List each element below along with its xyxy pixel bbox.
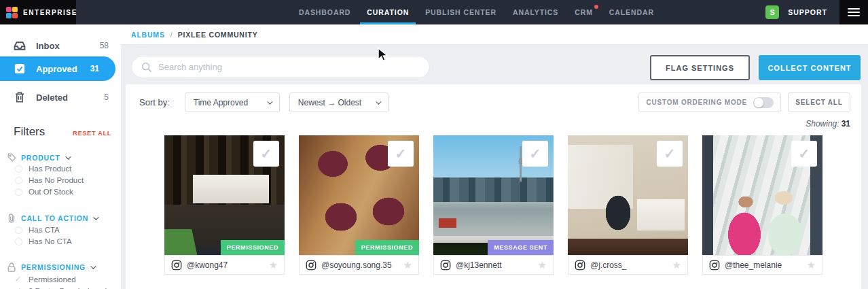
hamburger-menu-icon[interactable]: [839, 0, 868, 24]
reset-all-button[interactable]: RESET ALL: [73, 129, 111, 137]
approve-check-icon[interactable]: ✓: [657, 141, 683, 167]
card-username[interactable]: @j.cross_: [590, 260, 627, 270]
sidebar-item-approved[interactable]: Approved 31: [0, 56, 115, 81]
nav-item-analytics[interactable]: ANALYTICS: [505, 0, 566, 24]
filter-option-label: 2 Factor Permissioned: [29, 287, 107, 289]
breadcrumb-separator: /: [170, 31, 173, 39]
card-photo[interactable]: ✓ PERMISSIONED: [164, 135, 285, 255]
approve-check-icon[interactable]: ✓: [253, 141, 279, 167]
sidebar-item-label: Approved: [36, 64, 77, 74]
star-icon[interactable]: ★: [269, 259, 278, 271]
filter-group-label: CALL TO ACTION: [21, 214, 88, 222]
card-footer: @thee_melanie ★: [702, 255, 822, 275]
sidebar-item-label: Deleted: [36, 92, 68, 103]
sidebar-item-count: 5: [104, 92, 109, 102]
card-username[interactable]: @soyoung.song.35: [321, 260, 392, 270]
check-icon: ✓: [15, 275, 22, 284]
star-icon[interactable]: ★: [538, 259, 547, 271]
collect-content-button[interactable]: COLLECT CONTENT: [759, 55, 861, 80]
lock-icon: [7, 262, 16, 272]
custom-ordering-toggle[interactable]: [753, 97, 774, 108]
nav-item-curation[interactable]: CURATION: [359, 0, 417, 24]
card-username[interactable]: @kj13ennett: [456, 260, 502, 270]
card-footer: @soyoung.song.35 ★: [299, 255, 419, 275]
custom-ordering-mode-label: CUSTOM ORDERING MODE: [646, 99, 747, 106]
sort-order-value: Newest → Oldest: [298, 98, 361, 107]
nav-item-crm[interactable]: CRM: [566, 0, 601, 24]
sidebar-item-count: 31: [90, 64, 99, 73]
instagram-icon: [306, 260, 317, 271]
sidebar-item-inbox[interactable]: Inbox 58: [0, 35, 121, 56]
sort-by-label: Sort by:: [139, 97, 170, 107]
filter-option-has-no-cta[interactable]: Has No CTA: [15, 237, 72, 245]
card-photo[interactable]: ✓: [568, 135, 688, 255]
nav-right: S SUPPORT: [765, 0, 868, 24]
chevron-down-icon: [267, 99, 272, 104]
sidebar: Inbox 58 Approved 31 Deleted 5 Filters R…: [0, 24, 121, 289]
sort-order-dropdown[interactable]: Newest → Oldest: [289, 92, 388, 112]
filter-option-label: Permissioned: [29, 275, 76, 284]
filter-option-has-product[interactable]: Has Product: [15, 165, 71, 173]
sort-field-value: Time Approved: [194, 98, 248, 107]
filter-option-label: Has CTA: [29, 226, 60, 234]
content-card[interactable]: ✓ @thee_melanie ★: [702, 135, 822, 275]
card-username[interactable]: @thee_melanie: [725, 260, 782, 270]
content-panel: Sort by: Time Approved Newest → Oldest C…: [126, 84, 861, 289]
trash-icon: [14, 92, 26, 103]
content-card[interactable]: ✓ MESSAGE SENT @kj13ennett ★: [433, 135, 554, 275]
filter-option-label: Out Of Stock: [29, 188, 73, 196]
tag-icon: [7, 153, 16, 162]
filter-option-out-of-stock[interactable]: Out Of Stock: [15, 188, 73, 196]
showing-label: Showing:: [806, 119, 839, 129]
filter-group-label: PRODUCT: [21, 154, 60, 162]
filter-group-call-to-action[interactable]: CALL TO ACTION: [7, 214, 97, 223]
sort-toolbar: Sort by: Time Approved Newest → Oldest C…: [139, 92, 850, 112]
nav-item-calendar[interactable]: CALENDAR: [601, 0, 662, 24]
nav-item-crm-label: CRM: [575, 8, 593, 16]
filter-group-product[interactable]: PRODUCT: [7, 153, 69, 162]
content-card[interactable]: ✓ PERMISSIONED @kwong47 ★: [164, 135, 285, 275]
card-photo[interactable]: ✓ PERMISSIONED: [299, 135, 419, 255]
breadcrumb-albums-link[interactable]: ALBUMS: [131, 31, 165, 39]
filter-group-label: PERMISSIONING: [21, 263, 86, 271]
select-all-button[interactable]: SELECT ALL: [788, 92, 850, 112]
content-card[interactable]: ✓ @j.cross_ ★: [568, 135, 688, 275]
filter-option-label: Has Product: [29, 165, 71, 173]
instagram-icon: [440, 260, 451, 271]
status-badge: MESSAGE SENT: [488, 240, 554, 255]
sidebar-item-deleted[interactable]: Deleted 5: [0, 87, 121, 107]
status-badge: PERMISSIONED: [221, 240, 285, 255]
filter-option-2-factor-permissioned[interactable]: ✓ 2 Factor Permissioned: [15, 286, 107, 289]
approve-check-icon[interactable]: ✓: [791, 141, 817, 167]
search-icon: [141, 62, 152, 73]
paperclip-icon: [7, 214, 16, 223]
flag-settings-button[interactable]: FLAG SETTINGS: [650, 55, 750, 80]
nav-item-publish-center[interactable]: PUBLISH CENTER: [417, 0, 505, 24]
approve-check-icon[interactable]: ✓: [522, 141, 548, 167]
filter-option-has-cta[interactable]: Has CTA: [15, 226, 60, 234]
filters-header: Filters RESET ALL: [14, 125, 111, 139]
filter-option-has-no-product[interactable]: Has No Product: [15, 176, 84, 184]
chevron-down-icon: [376, 99, 381, 104]
status-badge: PERMISSIONED: [355, 240, 419, 255]
star-icon[interactable]: ★: [807, 259, 816, 271]
brand-logo[interactable]: ENTERPRISE: [0, 0, 76, 24]
star-icon[interactable]: ★: [672, 259, 681, 271]
breadcrumb-current-album: PIXLEE COMMUNITY: [178, 31, 258, 39]
filter-option-permissioned[interactable]: ✓ Permissioned: [15, 275, 76, 284]
nav-item-dashboard[interactable]: DASHBOARD: [291, 0, 359, 24]
sort-field-dropdown[interactable]: Time Approved: [185, 92, 280, 112]
card-photo[interactable]: ✓: [702, 135, 822, 255]
star-icon[interactable]: ★: [403, 259, 412, 271]
content-card[interactable]: ✓ PERMISSIONED @soyoung.song.35 ★: [299, 135, 419, 275]
card-footer: @kwong47 ★: [164, 255, 285, 275]
instagram-icon: [575, 260, 585, 271]
radio-icon: [15, 165, 22, 173]
user-avatar-badge[interactable]: S: [765, 5, 779, 19]
card-username[interactable]: @kwong47: [187, 260, 228, 270]
support-link[interactable]: SUPPORT: [788, 8, 827, 16]
approve-check-icon[interactable]: ✓: [388, 141, 414, 167]
filter-group-permissioning[interactable]: PERMISSIONING: [7, 262, 94, 272]
card-photo[interactable]: ✓ MESSAGE SENT: [433, 135, 554, 255]
instagram-icon: [709, 260, 720, 271]
